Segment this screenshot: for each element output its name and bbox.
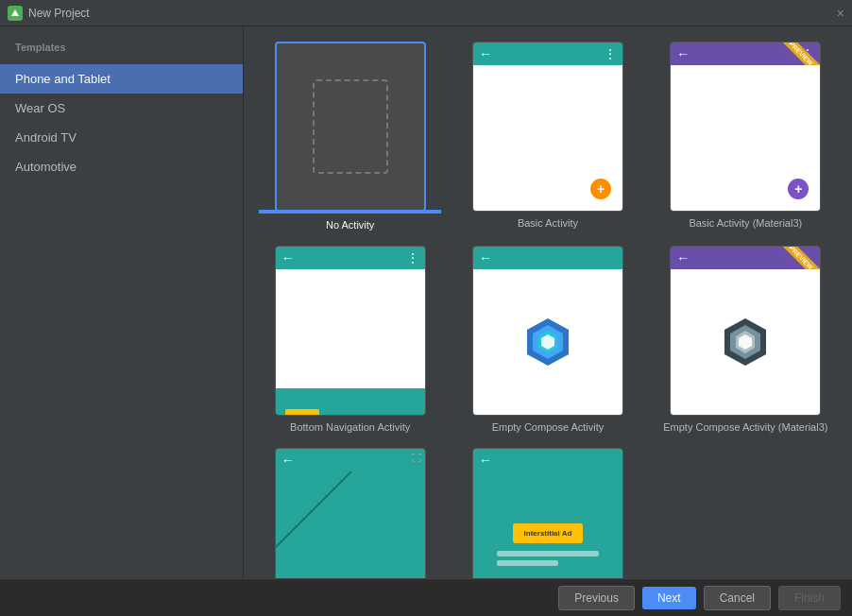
title-bar: New Project ×	[0, 0, 852, 26]
compose-hex-icon	[520, 314, 576, 370]
ad-line-2	[497, 560, 557, 566]
basic-m3-body: +	[671, 65, 820, 211]
templates-grid: No Activity ← ⋮ + Basic Activity	[259, 42, 837, 578]
previous-button[interactable]: Previous	[558, 586, 635, 610]
sidebar-item-wear-os[interactable]: Wear OS	[0, 94, 243, 123]
basic-body: +	[473, 65, 622, 211]
ad-lines	[497, 551, 598, 566]
sidebar-item-android-tv[interactable]: Android TV	[0, 123, 243, 152]
compose-m3-hex-icon	[717, 314, 774, 370]
fab-m3: +	[788, 179, 809, 199]
template-label-basic-m3: Basic Activity (Material3)	[689, 217, 802, 229]
bottom-nav-bar	[276, 388, 425, 415]
templates-panel: No Activity ← ⋮ + Basic Activity	[244, 26, 852, 578]
finish-button[interactable]: Finish	[778, 586, 841, 610]
template-basic-activity[interactable]: ← ⋮ + Basic Activity	[456, 42, 639, 231]
template-admob[interactable]: ← Interstitial Ad Google AdMob Interstit…	[456, 448, 639, 578]
dialog-body: Templates Phone and Tablet Wear OS Andro…	[0, 26, 852, 578]
sidebar-item-phone-tablet[interactable]: Phone and Tablet	[0, 64, 243, 94]
dots-bn-icon: ⋮	[406, 250, 419, 265]
bottomnav-body	[276, 269, 425, 388]
template-compose-material3[interactable]: PREVIEW ←	[655, 246, 837, 433]
basic-header: ← ⋮	[473, 43, 622, 65]
arrow-back-m3-icon: ←	[676, 46, 690, 61]
dialog: Templates Phone and Tablet Wear OS Andro…	[0, 26, 852, 616]
svg-marker-0	[11, 9, 19, 16]
app-icon	[8, 6, 23, 21]
fullscreen-header: ← ⛶	[276, 449, 425, 471]
arrow-back-ad-icon: ←	[479, 453, 492, 468]
next-button[interactable]: Next	[642, 587, 696, 609]
template-label-compose: Empty Compose Activity	[492, 421, 605, 433]
dialog-title: New Project	[28, 7, 90, 20]
dots-menu-icon: ⋮	[604, 46, 617, 61]
compose-body	[473, 269, 622, 415]
template-label-bottomnav: Bottom Navigation Activity	[290, 421, 410, 433]
admob-header: ←	[473, 449, 622, 471]
template-basic-material3[interactable]: PREVIEW ← ⋮ + Basic Activity (Material3)	[655, 42, 837, 231]
arrow-back-cm3-icon: ←	[676, 250, 690, 265]
template-label-basic: Basic Activity	[518, 217, 578, 229]
arrow-back-bn-icon: ←	[281, 250, 295, 265]
sidebar-header: Templates	[0, 34, 243, 64]
arrow-back-fs-icon: ←	[281, 453, 295, 468]
fullscreen-body	[276, 471, 425, 578]
bottomnav-header: ← ⋮	[276, 247, 425, 269]
template-empty-compose[interactable]: ← Empty Compose Activity	[456, 246, 639, 433]
arrow-back-icon: ←	[479, 46, 492, 61]
ad-line-1	[497, 551, 598, 556]
template-label-compose-m3: Empty Compose Activity (Material3)	[663, 421, 827, 433]
compose-m3-body	[671, 269, 820, 415]
sidebar-item-automotive[interactable]: Automotive	[0, 152, 243, 181]
compose-header: ←	[473, 247, 622, 269]
bottom-bar: Previous Next Cancel Finish	[0, 578, 852, 616]
fullscreen-expand-icon: ⛶	[412, 453, 421, 463]
template-bottom-nav[interactable]: ← ⋮ Bottom Navigation Activity	[259, 246, 441, 433]
bottom-nav-indicator	[285, 409, 319, 415]
template-fullscreen[interactable]: ← ⛶ Fullscreen Activity	[259, 448, 441, 578]
admob-body: Interstitial Ad	[473, 471, 622, 578]
close-icon[interactable]: ×	[837, 6, 844, 21]
template-no-activity[interactable]: No Activity	[259, 42, 441, 231]
template-label-no-activity: No Activity	[326, 219, 374, 231]
cancel-button[interactable]: Cancel	[704, 586, 771, 610]
ad-card: Interstitial Ad	[513, 523, 584, 543]
fab-basic: +	[590, 179, 611, 199]
sidebar: Templates Phone and Tablet Wear OS Andro…	[0, 26, 244, 578]
diagonal-line	[276, 471, 352, 578]
arrow-back-ec-icon: ←	[479, 250, 492, 265]
no-activity-dashed	[313, 79, 388, 174]
